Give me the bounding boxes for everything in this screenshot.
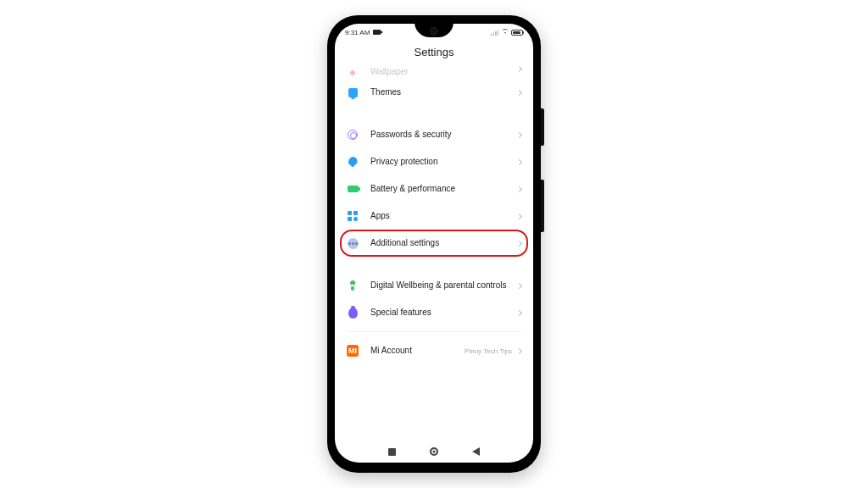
signal-icon — [491, 30, 498, 36]
wallpaper-icon — [347, 67, 359, 79]
nav-recents-button[interactable] — [388, 448, 396, 456]
wifi-icon — [501, 30, 509, 36]
section-divider — [347, 331, 521, 332]
row-digital-wellbeing[interactable]: Digital Wellbeing & parental controls — [335, 272, 533, 299]
row-mi-account[interactable]: MI Mi Account Pinoy Tech Tips — [335, 337, 533, 364]
nav-bar — [335, 441, 533, 463]
chevron-right-icon — [516, 309, 522, 315]
row-passwords-security[interactable]: Passwords & security — [335, 121, 533, 148]
chevron-right-icon — [516, 67, 522, 72]
chevron-right-icon — [516, 131, 522, 137]
page-header: Settings — [335, 41, 533, 67]
row-wallpaper[interactable]: Wallpaper — [335, 67, 533, 79]
chevron-right-icon — [516, 186, 522, 191]
special-icon — [347, 307, 359, 319]
nav-home-button[interactable] — [430, 447, 438, 456]
mi-logo-icon: MI — [347, 345, 359, 357]
chevron-right-icon — [516, 240, 522, 246]
nav-back-button[interactable] — [472, 447, 480, 456]
row-label: Apps — [370, 211, 517, 222]
row-label: Themes — [370, 87, 517, 98]
power-button[interactable] — [541, 108, 544, 146]
chevron-right-icon — [516, 89, 522, 95]
chevron-right-icon — [516, 158, 522, 164]
row-label: Digital Wellbeing & parental controls — [370, 280, 517, 291]
chevron-right-icon — [516, 213, 522, 219]
row-label: Special features — [370, 308, 517, 319]
row-label: Additional settings — [370, 238, 517, 249]
row-label: Privacy protection — [370, 157, 517, 168]
phone-screen: 9:31 AM Settings Wallpaper Themes — [335, 24, 533, 463]
status-time: 9:31 AM — [345, 29, 370, 36]
row-privacy-protection[interactable]: Privacy protection — [335, 148, 533, 175]
battery-icon — [511, 30, 523, 36]
row-special-features[interactable]: Special features — [335, 299, 533, 326]
wellbeing-icon — [347, 280, 359, 291]
row-battery-performance[interactable]: Battery & performance — [335, 175, 533, 202]
volume-button[interactable] — [541, 180, 544, 232]
row-label: Passwords & security — [370, 130, 517, 141]
fingerprint-icon — [347, 129, 359, 141]
phone-frame: 9:31 AM Settings Wallpaper Themes — [327, 15, 541, 473]
row-additional-settings[interactable]: Additional settings — [335, 230, 533, 257]
chevron-right-icon — [516, 347, 522, 353]
row-sublabel: Pinoy Tech Tips — [465, 347, 512, 355]
page-title: Settings — [335, 46, 533, 58]
recording-icon — [373, 30, 381, 35]
row-apps[interactable]: Apps — [335, 202, 533, 230]
shield-icon — [347, 156, 359, 168]
settings-list[interactable]: Wallpaper Themes Passwords & security Pr… — [335, 67, 533, 441]
row-label: Wallpaper — [370, 67, 517, 78]
row-label: Battery & performance — [370, 184, 517, 195]
row-themes[interactable]: Themes — [335, 79, 533, 106]
chevron-right-icon — [516, 282, 522, 288]
battery-icon — [347, 183, 359, 195]
row-label: Mi Account — [370, 346, 465, 357]
additional-icon — [347, 237, 359, 249]
themes-icon — [347, 86, 359, 98]
apps-icon — [347, 210, 359, 222]
